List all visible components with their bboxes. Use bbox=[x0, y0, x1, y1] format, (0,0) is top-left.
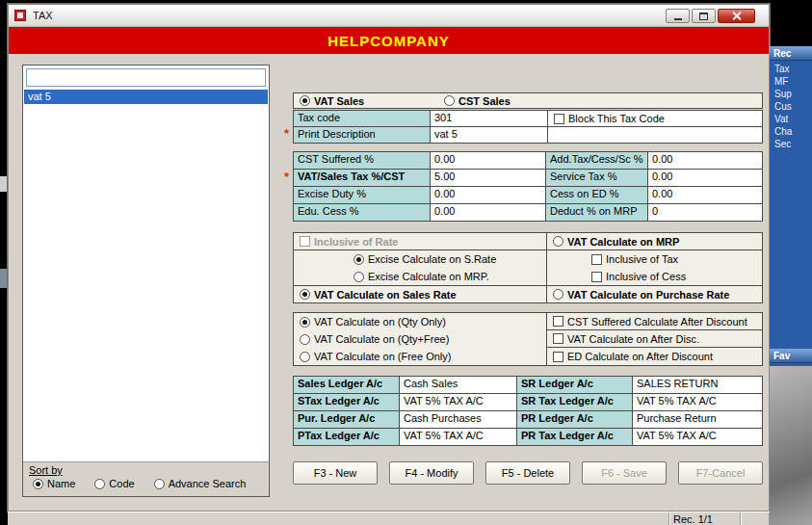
inclusive-of-cess-checkbox[interactable]: Inclusive of Cess bbox=[591, 271, 686, 282]
cst-suffered-after-discount-label: CST Suffered Calculate After Discount bbox=[567, 316, 747, 328]
cst-suffered-after-discount-checkbox[interactable]: CST Suffered Calculate After Discount bbox=[553, 316, 747, 328]
f6-save-button: F6 - Save bbox=[582, 461, 667, 485]
service-tax-label: Service Tax % bbox=[546, 170, 648, 187]
sr-tax-ledger-field[interactable]: VAT 5% TAX A/C bbox=[633, 394, 763, 411]
inclusive-of-rate-checkbox: Inclusive of Rate bbox=[300, 236, 398, 248]
tax-window: TAX HELPCOMPANY vat 5 Sort by bbox=[8, 4, 770, 512]
checkbox-icon bbox=[554, 114, 564, 124]
vat-calculate-purchase-rate-radio[interactable]: VAT Calculate on Purchase Rate bbox=[553, 289, 729, 301]
vat-calc-free-only-radio[interactable]: VAT Calculate on (Free Only) bbox=[300, 351, 451, 362]
sort-options: Name Code Advance Search bbox=[33, 478, 269, 489]
status-bar: Rec. 1/1 bbox=[8, 512, 770, 525]
sidebar-item-sec[interactable]: Sec bbox=[770, 139, 812, 151]
cst-sales-label: CST Sales bbox=[458, 95, 511, 107]
sort-radio-name[interactable]: Name bbox=[33, 478, 75, 489]
vat-calc-qty-only-radio[interactable]: VAT Calculate on (Qty Only) bbox=[300, 316, 446, 328]
excise-calculate-mrp-radio[interactable]: Excise Calculate on MRP. bbox=[354, 271, 489, 282]
block-tax-code-checkbox[interactable]: Block This Tax Code bbox=[554, 113, 665, 124]
pr-ledger-field[interactable]: Purchase Return bbox=[633, 411, 763, 429]
minimize-button[interactable] bbox=[666, 9, 690, 23]
cst-suffered-field[interactable]: 0.00 bbox=[431, 152, 546, 170]
cess-on-ed-field[interactable]: 0.00 bbox=[648, 187, 763, 204]
sidebar-item-sup[interactable]: Sup bbox=[770, 89, 812, 101]
sr-ledger-label: SR Ledger A/c bbox=[517, 377, 633, 394]
calc-cell: Excise Calculate on MRP. bbox=[294, 268, 547, 285]
vat-calculate-sales-rate-radio[interactable]: VAT Calculate on Sales Rate bbox=[300, 289, 457, 301]
excise-calculate-srate-radio[interactable]: Excise Calculate on S.Rate bbox=[354, 253, 496, 265]
stax-ledger-field[interactable]: VAT 5% TAX A/C bbox=[400, 394, 517, 411]
service-tax-field[interactable]: 0.00 bbox=[648, 170, 763, 187]
vat-sales-radio[interactable]: VAT Sales bbox=[300, 95, 434, 107]
sidebar-item-vat[interactable]: Vat bbox=[770, 114, 812, 126]
sort-by-label: Sort by bbox=[29, 464, 269, 476]
calc-cell: Inclusive of Rate bbox=[294, 233, 547, 250]
calc-cell: VAT Calculate on Purchase Rate bbox=[547, 285, 762, 302]
print-description-label: Print Description bbox=[294, 127, 431, 144]
vat-calc-qty-only-label: VAT Calculate on (Qty Only) bbox=[314, 316, 446, 328]
excise-duty-label: Excise Duty % bbox=[294, 187, 431, 204]
pur-ledger-field[interactable]: Cash Purchases bbox=[400, 411, 517, 429]
tax-code-grid: Tax code 301 Block This Tax Code Print D… bbox=[293, 110, 763, 144]
f3-new-button[interactable]: F3 - New bbox=[293, 461, 378, 485]
window-titlebar: TAX bbox=[9, 5, 769, 27]
vat-sales-tax-field[interactable]: 5.00 bbox=[431, 170, 546, 187]
sort-radio-advance-label: Advance Search bbox=[169, 478, 247, 489]
pr-tax-ledger-field[interactable]: VAT 5% TAX A/C bbox=[633, 429, 763, 446]
list-item[interactable]: vat 5 bbox=[24, 90, 268, 104]
sidebar-item-mf[interactable]: MF bbox=[770, 76, 812, 89]
inclusive-of-tax-checkbox[interactable]: Inclusive of Tax bbox=[591, 253, 678, 265]
deduct-on-mrp-field[interactable]: 0 bbox=[648, 204, 763, 222]
sr-tax-ledger-label: SR Tax Ledger A/c bbox=[517, 394, 633, 411]
sidebar-photo bbox=[770, 366, 812, 525]
pr-tax-ledger-label: PR Tax Ledger A/c bbox=[517, 429, 633, 446]
f5-delete-button[interactable]: F5 - Delete bbox=[485, 461, 570, 485]
sidebar-items: Tax MF Sup Cus Vat Cha Sec bbox=[770, 64, 812, 151]
maximize-icon bbox=[699, 13, 708, 20]
status-pane bbox=[8, 512, 669, 525]
maximize-button[interactable] bbox=[692, 9, 716, 23]
f7-cancel-button: F7-Cancel bbox=[678, 461, 763, 485]
radio-icon bbox=[444, 95, 455, 106]
tax-list: vat 5 bbox=[24, 90, 268, 460]
edu-cess-field[interactable]: 0.00 bbox=[431, 204, 546, 222]
edu-cess-label: Edu. Cess % bbox=[294, 204, 431, 222]
checkbox-icon bbox=[300, 236, 310, 247]
vat-calculate-purchase-rate-label: VAT Calculate on Purchase Rate bbox=[567, 289, 729, 301]
radio-icon bbox=[154, 479, 165, 489]
sidebar-item-cha[interactable]: Cha bbox=[770, 126, 812, 139]
sidebar-item-cus[interactable]: Cus bbox=[770, 101, 812, 114]
print-description-field[interactable]: vat 5 bbox=[431, 127, 548, 144]
tax-rates-grid: CST Suffered % 0.00 Add.Tax/Cess/Sc % 0.… bbox=[293, 151, 763, 222]
vat-calc-free-only-label: VAT Calculate on (Free Only) bbox=[314, 351, 451, 362]
sidebar-item-tax[interactable]: Tax bbox=[770, 64, 812, 76]
checkbox-icon bbox=[553, 333, 563, 344]
ed-calc-after-discount-checkbox[interactable]: ED Calculate on After Discount bbox=[553, 351, 713, 362]
tax-list-panel: vat 5 Sort by Name Code bbox=[22, 65, 270, 497]
ptax-ledger-field[interactable]: VAT 5% TAX A/C bbox=[400, 429, 517, 446]
tax-search-input[interactable] bbox=[26, 68, 266, 87]
pr-ledger-label: PR Ledger A/c bbox=[517, 411, 633, 429]
sort-radio-code-label: Code bbox=[109, 478, 134, 489]
ed-calc-after-discount-label: ED Calculate on After Discount bbox=[567, 351, 713, 362]
cst-sales-radio[interactable]: CST Sales bbox=[444, 95, 511, 107]
inclusive-of-tax-label: Inclusive of Tax bbox=[606, 253, 678, 265]
vat-calc-after-disc-checkbox[interactable]: VAT Calculate on After Disc. bbox=[553, 333, 699, 345]
f4-modify-button[interactable]: F4 - Modify bbox=[389, 461, 474, 485]
empty-cell bbox=[548, 127, 763, 144]
window-title: TAX bbox=[33, 10, 53, 21]
vat-calculate-on-mrp-radio[interactable]: VAT Calculate on MRP bbox=[553, 236, 679, 248]
block-tax-code-label: Block This Tax Code bbox=[568, 113, 665, 124]
close-button[interactable] bbox=[718, 9, 755, 23]
sort-radio-code[interactable]: Code bbox=[94, 478, 134, 489]
sr-ledger-field[interactable]: SALES RETURN bbox=[633, 377, 763, 394]
stax-ledger-label: STax Ledger A/c bbox=[294, 394, 400, 411]
excise-duty-field[interactable]: 0.00 bbox=[431, 187, 546, 204]
ptax-ledger-label: PTax Ledger A/c bbox=[294, 429, 400, 446]
sort-radio-advance-search[interactable]: Advance Search bbox=[154, 478, 247, 489]
tax-code-field[interactable]: 301 bbox=[431, 111, 548, 127]
add-tax-cess-field[interactable]: 0.00 bbox=[648, 152, 763, 170]
company-banner: HELPCOMPANY bbox=[9, 27, 769, 54]
vat-calc-qty-free-label: VAT Calculate on (Qty+Free) bbox=[314, 333, 449, 345]
vat-calc-qty-free-radio[interactable]: VAT Calculate on (Qty+Free) bbox=[300, 333, 449, 345]
sales-ledger-field[interactable]: Cash Sales bbox=[400, 377, 517, 394]
